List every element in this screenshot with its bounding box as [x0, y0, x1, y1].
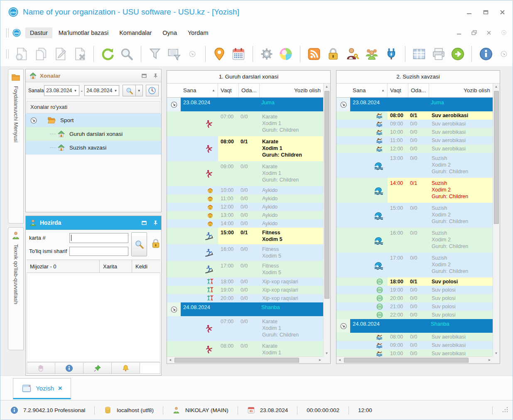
- schedule-slot-row[interactable]: 08:000/0Suv aerobikasi: [336, 333, 493, 341]
- menu-drag-grip[interactable]: [6, 28, 9, 37]
- menu-item-dastur[interactable]: Dastur: [25, 27, 52, 38]
- schedule-slot-row[interactable]: 19:000/0Suv polosi: [336, 286, 493, 294]
- schedule-slot-row[interactable]: 11:000/0Suv aerobikasi: [336, 136, 493, 145]
- date-from-select[interactable]: 23.08.2024 ▼: [44, 85, 79, 96]
- schedule-slot-row[interactable]: 07:000/0KarateXodim 1Guruh: Children: [167, 111, 323, 136]
- sidebar-tab-user-menu[interactable]: Foydalanuvchi Menyusi: [8, 69, 24, 224]
- location-button[interactable]: [211, 45, 228, 63]
- date-group-row[interactable]: 24.08.2024Shanba: [167, 302, 323, 316]
- scroll-right-icon[interactable]: ►: [486, 357, 493, 363]
- scroll-left-icon[interactable]: ◄: [167, 357, 173, 363]
- copy-record-button[interactable]: [32, 45, 49, 63]
- schedule-slot-row[interactable]: 07:000/0KarateXodim 1Guruh: Children: [167, 316, 323, 341]
- schedule-slot-row[interactable]: 15:000/1FitnessXodim 5: [167, 228, 323, 244]
- window-filter-button[interactable]: [165, 45, 183, 63]
- schedule-slot-row[interactable]: 17:000/0FitnessXodim 5: [167, 261, 323, 278]
- date-group-row[interactable]: 23.08.2024Juma: [336, 98, 493, 111]
- horizontal-scrollbar[interactable]: ◄►: [167, 356, 323, 364]
- schedule-slot-row[interactable]: 12:000/0Aykido: [167, 203, 323, 211]
- edit-record-button[interactable]: [52, 45, 69, 63]
- schedule-slot-row[interactable]: 10:000/0Suv aerobikasi: [336, 349, 493, 356]
- schedule-slot-row[interactable]: 16:000/0FitnessXodim 5: [167, 244, 323, 261]
- settings-button[interactable]: [258, 45, 275, 63]
- quick-input-box[interactable]: [140, 362, 160, 374]
- info-button[interactable]: [55, 362, 83, 374]
- scrollbar-thumb[interactable]: [494, 91, 499, 224]
- bell-button[interactable]: [112, 362, 140, 374]
- pin-panel-icon[interactable]: [153, 220, 158, 226]
- scrollbar-thumb[interactable]: [324, 91, 329, 299]
- add-record-button[interactable]: [13, 45, 30, 63]
- column-vaqt[interactable]: Vaqt: [388, 84, 408, 97]
- maximize-panel-icon[interactable]: [142, 74, 147, 78]
- hand-button[interactable]: [27, 362, 55, 374]
- menu-item-oyna[interactable]: Oyna: [158, 27, 182, 38]
- schedule-slot-row[interactable]: 13:000/0Aykido: [167, 211, 323, 219]
- column-yozib-olish[interactable]: Yozib olish: [429, 84, 493, 97]
- schedule-slot-row[interactable]: 15:000/0SuzishXodim 2Guruh: Children: [336, 203, 493, 228]
- date-group-row[interactable]: 24.08.2024Shanba: [336, 319, 493, 333]
- user-key-button[interactable]: [344, 45, 361, 63]
- toolbar-drag-grip[interactable]: [6, 49, 9, 59]
- date-to-select[interactable]: 24.08.2024 ▼: [84, 85, 120, 96]
- toolbar-overflow-chevron[interactable]: [187, 49, 198, 59]
- menu-overflow-chevron-icon[interactable]: [501, 30, 507, 36]
- colors-button[interactable]: [277, 45, 295, 63]
- column-odamlar[interactable]: Oda...: [239, 84, 260, 97]
- refresh-button[interactable]: [99, 45, 116, 63]
- clients-count-column[interactable]: Mijozlar - 0: [27, 260, 100, 273]
- collapse-group-icon[interactable]: [340, 101, 347, 108]
- scroll-down-icon[interactable]: ▼: [324, 350, 330, 356]
- column-vaqt[interactable]: Vaqt: [218, 84, 239, 97]
- schedule-slot-row[interactable]: 12:000/0Suv aerobikasi: [336, 145, 493, 153]
- horizontal-scrollbar[interactable]: ◄►: [336, 356, 493, 364]
- tab-yozish[interactable]: Yozish ×: [13, 378, 71, 399]
- schedule-slot-row[interactable]: 14:000/1SuzishXodim 2Guruh: Children: [336, 178, 493, 203]
- rooms-search-button[interactable]: [123, 85, 135, 96]
- close-button[interactable]: [499, 9, 505, 15]
- minimize-button[interactable]: [466, 9, 472, 15]
- schedule-slot-row[interactable]: 22:000/0Suv polosi: [336, 311, 493, 319]
- toolbar-overflow-chevron[interactable]: [499, 49, 509, 59]
- scroll-down-icon[interactable]: ▼: [493, 350, 499, 356]
- menu-item-komandalar[interactable]: Komandalar: [115, 27, 156, 38]
- schedule-slot-row[interactable]: 19:000/0Xip-xop raqslari: [167, 286, 323, 294]
- schedule-clock-button[interactable]: [146, 85, 159, 96]
- maximize-button[interactable]: [483, 9, 488, 15]
- schedule-slot-row[interactable]: 17:000/0SuzishXodim 2Guruh: Children: [336, 253, 493, 278]
- calendar-button[interactable]: [230, 45, 247, 63]
- menu-item-yordam[interactable]: Yordam: [183, 27, 213, 38]
- schedule-slot-row[interactable]: 08:000/0KarateXodim 1: [167, 341, 323, 356]
- child-minimize-button[interactable]: [456, 30, 462, 36]
- schedule-slot-row[interactable]: 09:000/0Suv aerobikasi: [336, 120, 493, 128]
- schedule-slot-row[interactable]: 21:000/0Suv polosi: [336, 302, 493, 311]
- schedule-slot-row[interactable]: 10:000/0Suv aerobikasi: [336, 128, 493, 136]
- schedule-slot-row[interactable]: 13:000/0SuzishXodim 2Guruh: Children: [336, 153, 493, 178]
- column-yozib-olish[interactable]: Yozib olish: [260, 84, 323, 97]
- collapse-group-icon[interactable]: [170, 101, 178, 108]
- tree-node-sport[interactable]: Sport: [26, 113, 161, 127]
- schedule-slot-row[interactable]: 09:000/0Suv aerobikasi: [336, 341, 493, 349]
- maximize-panel-icon[interactable]: [142, 221, 147, 225]
- client-search-button[interactable]: [131, 232, 147, 256]
- vertical-scrollbar[interactable]: ▲▼: [323, 84, 330, 356]
- lock-button[interactable]: [324, 45, 342, 63]
- grid-button[interactable]: [410, 45, 428, 63]
- schedule-slot-row[interactable]: 08:000/1Suv aerobikasi: [336, 111, 493, 120]
- child-restore-button[interactable]: [471, 30, 477, 36]
- menu-item-ma-lumotlar-bazasi[interactable]: Ma'lumotlar bazasi: [54, 27, 113, 38]
- schedule-slot-row[interactable]: 18:000/1Suv polosi: [336, 278, 493, 286]
- column-odamlar[interactable]: Oda...: [408, 84, 429, 97]
- schedule-slot-row[interactable]: 10:000/0Aykido: [167, 186, 323, 194]
- tree-node-guruh-darslari-xonasi[interactable]: Guruh darslari xonasi: [26, 127, 161, 141]
- go-button[interactable]: [449, 45, 466, 63]
- card-column[interactable]: Xarita: [100, 260, 132, 273]
- schedule-slot-row[interactable]: 08:000/1KarateXodim 1Guruh: Children: [167, 136, 323, 161]
- scroll-up-icon[interactable]: ▲: [324, 84, 330, 90]
- scroll-right-icon[interactable]: ►: [317, 357, 323, 363]
- column-sana[interactable]: Sana▲: [181, 84, 218, 97]
- vertical-scrollbar[interactable]: ▲▼: [493, 84, 500, 356]
- child-close-button[interactable]: [486, 30, 492, 36]
- schedule-slot-row[interactable]: 09:000/0KarateXodim 1Guruh: Children: [167, 161, 323, 186]
- scroll-up-icon[interactable]: ▲: [493, 84, 499, 90]
